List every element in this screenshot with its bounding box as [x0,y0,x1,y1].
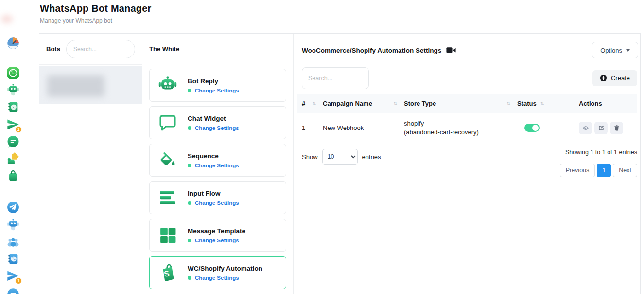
change-settings-link[interactable]: Change Settings [195,163,239,168]
automation-search-input[interactable] [302,67,369,89]
column-header-store-type[interactable]: Store Type ⇅ [404,100,517,107]
whatsapp-store-icon[interactable] [6,169,20,183]
pagination: Previous 1 Next [560,164,637,177]
whatsapp-integrations-icon[interactable] [6,152,20,165]
card-sequence[interactable]: Sequence Change Settings [149,144,286,177]
chevron-down-icon [626,49,630,52]
campaign-name-cell: New Webhook [323,124,404,131]
delete-button[interactable] [610,122,623,134]
bots-header: Bots [39,34,142,65]
actions-cell [579,122,637,134]
message-template-grid-icon [157,224,179,246]
change-settings-link[interactable]: Change Settings [195,125,239,131]
whatsapp-bot-icon[interactable] [6,83,20,96]
create-button[interactable]: Create [592,70,637,86]
eye-icon [582,125,589,131]
bots-column: Bots [39,34,142,294]
card-text: Chat Widget Change Settings [188,115,239,131]
options-button[interactable]: Options [592,42,638,58]
telegram-bot-icon[interactable] [6,218,20,231]
telegram-chat-icon[interactable] [6,287,20,294]
page-size-select[interactable]: 10 [322,149,358,165]
card-bot-reply[interactable]: Bot Reply Change Settings [149,69,286,102]
previous-page-button[interactable]: Previous [560,164,595,177]
status-dot [188,164,191,167]
row-number: 1 [302,124,323,131]
next-page-button[interactable]: Next [613,164,637,177]
whatsapp-contacts-icon[interactable] [6,100,20,114]
sort-icon[interactable]: ⇅ [540,101,544,106]
input-flow-bars-icon [157,186,179,209]
telegram-broadcast-icon[interactable]: 1 [6,269,20,283]
create-label: Create [611,74,630,82]
table-row: 1 New Webhook shopify (abandoned-cart-re… [297,113,637,143]
card-text: Input Flow Change Settings [188,190,239,206]
column-header-campaign-name[interactable]: Campaign Name ⇅ [323,100,404,107]
sort-icon[interactable]: ⇅ [506,101,510,106]
bot-list-item-blurred-name [47,75,104,97]
store-type-cell: shopify (abandoned-cart-recovery) [404,119,517,136]
bot-settings-column: The White Bot Reply [142,34,294,294]
edit-icon [598,125,605,131]
sort-icon[interactable]: ⇅ [393,101,397,106]
status-dot [188,126,191,130]
table-header-row: # ⇅ Campaign Name ⇅ Store Type ⇅ Status … [297,94,637,113]
toggle-knob [532,125,539,131]
app-icon-rail: 1 [0,0,32,294]
bots-search-input[interactable] [66,40,135,58]
results-summary: Showing 1 to 1 of 1 entries [565,149,637,156]
card-title: Chat Widget [188,115,239,122]
whatsapp-chat-icon[interactable] [6,135,20,148]
video-tutorial-icon[interactable] [446,47,456,54]
card-input-flow[interactable]: Input Flow Change Settings [149,181,286,214]
column-header-num[interactable]: # ⇅ [302,100,323,107]
page-subtitle: Manage your WhatsApp bot [40,18,152,24]
telegram-icon[interactable] [6,201,20,214]
telegram-contacts-icon[interactable] [6,252,20,266]
whatsapp-icon[interactable] [6,66,20,80]
notification-badge: 1 [15,126,22,133]
trash-icon [613,125,620,131]
whatsapp-broadcast-icon[interactable]: 1 [6,118,20,131]
shopify-bag-icon: S [157,261,179,284]
telegram-group-icon[interactable] [6,235,20,249]
dashboard-gauge-icon[interactable] [6,37,20,50]
current-page-button[interactable]: 1 [597,164,611,177]
bot-reply-robot-icon [157,74,179,96]
partial-icon [1,15,13,23]
edit-button[interactable] [594,122,608,134]
change-settings-link[interactable]: Change Settings [195,275,239,281]
page-title: WhatsApp Bot Manager [40,3,152,14]
status-toggle-on[interactable] [524,124,540,132]
status-cell [517,124,579,132]
card-text: Bot Reply Change Settings [188,77,239,93]
status-dot [188,276,191,280]
status-dot [188,201,191,205]
card-title: Bot Reply [188,77,239,85]
automation-table: # ⇅ Campaign Name ⇅ Store Type ⇅ Status … [297,94,637,143]
status-dot [188,239,191,242]
view-button[interactable] [579,122,592,134]
bot-list-item-selected[interactable] [39,66,142,104]
bot-name-title: The White [149,45,286,53]
automation-settings-column: WooCommerce/Shopify Automation Settings … [294,34,641,294]
column-header-status[interactable]: Status ⇅ [517,100,579,107]
bots-label: Bots [46,45,60,53]
card-text: WC/Shopify Automation Change Settings [188,265,262,281]
change-settings-link[interactable]: Change Settings [195,88,239,93]
notification-badge: 1 [15,277,22,284]
change-settings-link[interactable]: Change Settings [195,238,239,243]
sort-icon[interactable]: ⇅ [312,101,316,106]
card-title: Input Flow [188,190,239,197]
card-wc-shopify-automation[interactable]: S WC/Shopify Automation Change Settings [149,256,286,289]
card-text: Sequence Change Settings [188,152,239,168]
show-label: Show [302,153,318,161]
card-chat-widget[interactable]: Chat Widget Change Settings [149,106,286,139]
card-text: Message Template Change Settings [188,227,245,243]
card-message-template[interactable]: Message Template Change Settings [149,219,286,252]
options-label: Options [600,47,622,54]
card-title: WC/Shopify Automation [188,265,262,272]
change-settings-link[interactable]: Change Settings [195,200,239,206]
sequence-paint-bucket-icon [157,149,179,171]
entries-label: entries [362,153,381,161]
